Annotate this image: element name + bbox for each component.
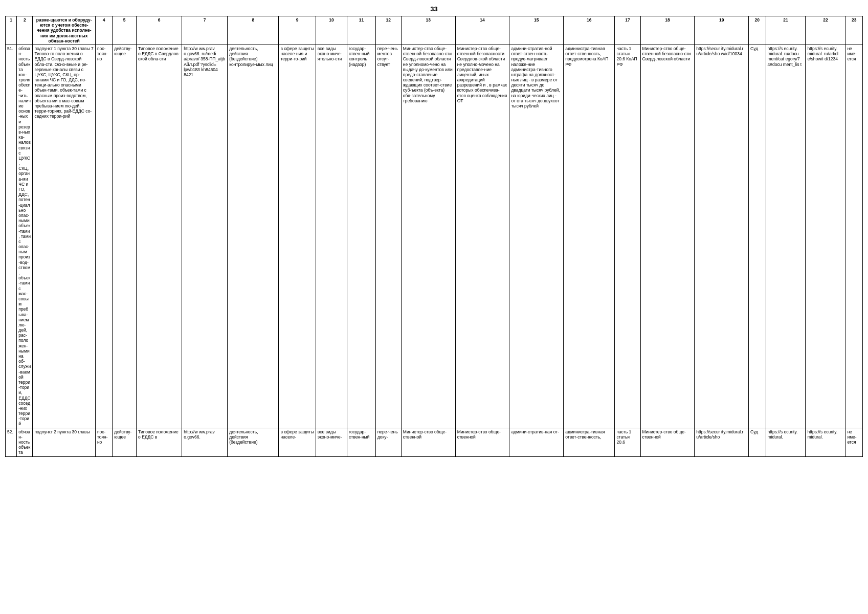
col-header-8: 8 [228,16,279,45]
cell-51-23: не име-ется [845,45,863,428]
cell-52-19: https://secur ity.midural.r u/article/sh… [695,428,749,456]
col-header-7: 7 [182,16,228,45]
cell-51-13: Министер-ство обще-ственной безопасно-ст… [401,45,455,428]
cell-51-18: Министер-ство обще-ственной безопасно-ст… [640,45,695,428]
col-header-4: 4 [95,16,112,45]
cell-52-20: Суд [749,428,766,456]
table-row: 51. обязан-ность объекта кон-троля обесп… [6,45,863,428]
cell-51-6: Типовое положение о ЕДДС в Свердлов-ской… [137,45,182,428]
col-header-11: 11 [347,16,376,45]
cell-51-22: https://s ecurity. midural. ru/articl e/… [806,45,845,428]
cell-51-19: https://secur ity.midural.r u/article/sh… [695,45,749,428]
cell-52-2: обязан-ность объекта [17,428,33,456]
cell-52-10: все виды эконо-миче- [316,428,347,456]
cell-51-2: обязан-ность объекта кон-троля обеспе-чи… [17,45,33,428]
cell-52-16: администра-тивная ответ-ственность, [564,428,615,456]
cell-51-21: https://s ecurity. midural. ru/docu ment… [766,45,806,428]
cell-52-15: админи-стратив-ная от- [509,428,564,456]
header-row: 1 2 разме-щаются и оборуду-ются с учетом… [6,16,863,45]
cell-52-8: деятельность, действия (бездействие) [228,428,279,456]
col-header-15: 15 [509,16,564,45]
col-header-2: 2 [17,16,33,45]
col-header-16: 16 [564,16,615,45]
col-header-17: 17 [615,16,640,45]
cell-51-3: подпункт 1 пункта 30 главы 7 Типово-го п… [33,45,95,428]
col-header-18: 18 [640,16,695,45]
cell-52-21: https://s ecurity. midural. [766,428,806,456]
cell-51-7: http://w ww.prav o.gov66. ru/medi a/prav… [182,45,228,428]
table-row: 52. обязан-ность объекта подпункт 2 пунк… [6,428,863,456]
col-header-6: 6 [137,16,182,45]
cell-51-1: 51. [6,45,17,428]
col-header-9: 9 [279,16,316,45]
cell-52-23: не име-ется [845,428,863,456]
cell-52-18: Министер-ство обще-ственной [640,428,695,456]
page: 33 1 [0,0,868,614]
col-header-1: 1 [6,16,17,45]
cell-51-14: Министер-ство обще-ственной безопасности… [455,45,509,428]
main-table: 1 2 разме-щаются и оборуду-ются с учетом… [5,16,863,457]
cell-52-4: пос-тоян-но [95,428,112,456]
cell-51-12: пере-чень ментов отсут-ствует [375,45,401,428]
col-header-12: 12 [375,16,401,45]
cell-51-9: в сфере защиты населе-ния и терри-то-рий [279,45,316,428]
cell-51-8: деятельность, действия (бездействие) кон… [228,45,279,428]
cell-52-1: 52. [6,428,17,456]
cell-52-11: государ-ствен-ный [347,428,376,456]
col-header-14: 14 [455,16,509,45]
col-header-5: 5 [113,16,137,45]
cell-52-6: Типовое положение о ЕДДС в [137,428,182,456]
col-header-10: 10 [316,16,347,45]
col-header-19: 19 [695,16,749,45]
cell-52-13: Министер-ство обще-ственной [401,428,455,456]
cell-51-10: все виды эконо-миче-ятельно-сти [316,45,347,428]
cell-52-9: в сфере защиты населе- [279,428,316,456]
cell-52-14: Министер-ство обще-ственной [455,428,509,456]
cell-51-16: администра-тивная ответ-ственность, пред… [564,45,615,428]
cell-51-15: админи-стратив-ной ответ-ствен-ность пре… [509,45,564,428]
col-header-23: 23 [845,16,863,45]
cell-52-17: часть 1 статьи 20.6 [615,428,640,456]
cell-52-3: подпункт 2 пункта 30 главы [33,428,95,456]
cell-51-11: государ-ствен-ный контроль (надзор) [347,45,376,428]
cell-51-4: пос-тоян-но [95,45,112,428]
cell-52-7: http://w ww.prav o.gov66. [182,428,228,456]
col-header-21: 21 [766,16,806,45]
col-header-22: 22 [806,16,845,45]
page-number: 33 [5,5,863,13]
col-header-13: 13 [401,16,455,45]
cell-52-5: действу-ющее [113,428,137,456]
col-header-3: разме-щаются и оборуду-ются с учетом обе… [33,16,95,45]
cell-52-22: https://s ecurity. midural. [806,428,845,456]
cell-51-20: Суд [749,45,766,428]
cell-51-5: действу-ющее [113,45,137,428]
cell-51-17: часть 1 статьи 20.6 КоАП РФ [615,45,640,428]
col-header-20: 20 [749,16,766,45]
cell-52-12: пере-чень доку- [375,428,401,456]
